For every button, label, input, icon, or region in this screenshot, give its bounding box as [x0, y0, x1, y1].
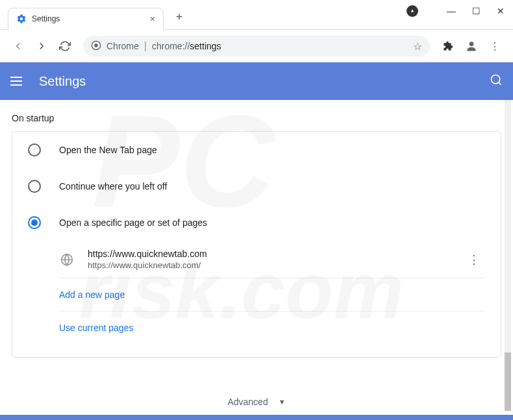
chevron-down-icon: ▼ [279, 398, 286, 406]
address-separator: | [144, 40, 147, 52]
bookmark-star-icon[interactable]: ☆ [413, 40, 422, 53]
page-info: https://www.quicknewtab.com https://www.… [88, 249, 463, 270]
page-url: https://www.quicknewtab.com/ [88, 260, 463, 270]
radio-label: Open the New Tab page [59, 145, 157, 155]
use-current-link[interactable]: Use current pages [59, 323, 133, 333]
profile-icon[interactable] [461, 36, 482, 56]
gear-icon [16, 14, 27, 24]
more-options-icon[interactable]: ⋮ [463, 250, 485, 269]
back-button[interactable] [8, 36, 29, 56]
use-current-row[interactable]: Use current pages [59, 312, 485, 344]
chrome-icon [91, 40, 101, 53]
new-tab-button[interactable]: + [170, 8, 188, 27]
address-url: chrome://settings [152, 41, 221, 51]
radio-label: Open a specific page or set of pages [59, 217, 207, 228]
shield-icon[interactable] [407, 5, 418, 17]
close-button[interactable]: ✕ [496, 6, 505, 16]
svg-point-4 [492, 75, 500, 83]
scroll-thumb[interactable] [505, 352, 511, 411]
startup-card: Open the New Tab page Continue where you… [12, 131, 501, 358]
scrollbar[interactable] [505, 100, 511, 411]
svg-point-2 [94, 43, 97, 47]
radio-icon[interactable] [28, 216, 41, 229]
svg-marker-0 [411, 10, 414, 12]
advanced-label: Advanced [227, 397, 268, 407]
radio-label: Continue where you left off [59, 181, 167, 191]
minimize-button[interactable]: — [447, 6, 456, 16]
reload-button[interactable] [55, 36, 75, 56]
address-bar[interactable]: Chrome | chrome://settings ☆ [83, 36, 430, 56]
hamburger-icon[interactable] [10, 73, 26, 89]
radio-option-newtab[interactable]: Open the New Tab page [12, 132, 501, 168]
section-title: On startup [12, 113, 501, 123]
browser-tab[interactable]: Settings × [8, 8, 164, 30]
menu-icon[interactable]: ⋮ [484, 36, 505, 56]
tab-title: Settings [32, 14, 145, 23]
bottom-border [0, 415, 513, 420]
radio-option-specific[interactable]: Open a specific page or set of pages [12, 204, 501, 241]
radio-icon[interactable] [28, 143, 41, 156]
settings-header: Settings [0, 62, 513, 100]
add-page-link[interactable]: Add a new page [59, 290, 125, 300]
page-title: https://www.quicknewtab.com [88, 249, 463, 259]
extensions-icon[interactable] [438, 36, 458, 56]
settings-title: Settings [39, 74, 490, 89]
radio-icon[interactable] [28, 180, 41, 193]
add-page-row[interactable]: Add a new page [59, 278, 485, 312]
startup-page-row: https://www.quicknewtab.com https://www.… [59, 241, 485, 278]
search-icon[interactable] [490, 73, 503, 90]
globe-icon [59, 252, 75, 267]
address-prefix: Chrome [106, 41, 139, 51]
maximize-button[interactable]: ☐ [471, 6, 481, 16]
browser-toolbar: Chrome | chrome://settings ☆ ⋮ [0, 30, 513, 62]
settings-content: On startup Open the New Tab page Continu… [0, 100, 513, 420]
svg-point-3 [469, 42, 474, 46]
window-titlebar: Settings × + — ☐ ✕ [0, 0, 513, 30]
window-controls: — ☐ ✕ [407, 5, 505, 17]
forward-button[interactable] [31, 36, 52, 56]
close-icon[interactable]: × [150, 14, 155, 24]
startup-pages-list: https://www.quicknewtab.com https://www.… [12, 241, 501, 357]
radio-option-continue[interactable]: Continue where you left off [12, 168, 501, 204]
